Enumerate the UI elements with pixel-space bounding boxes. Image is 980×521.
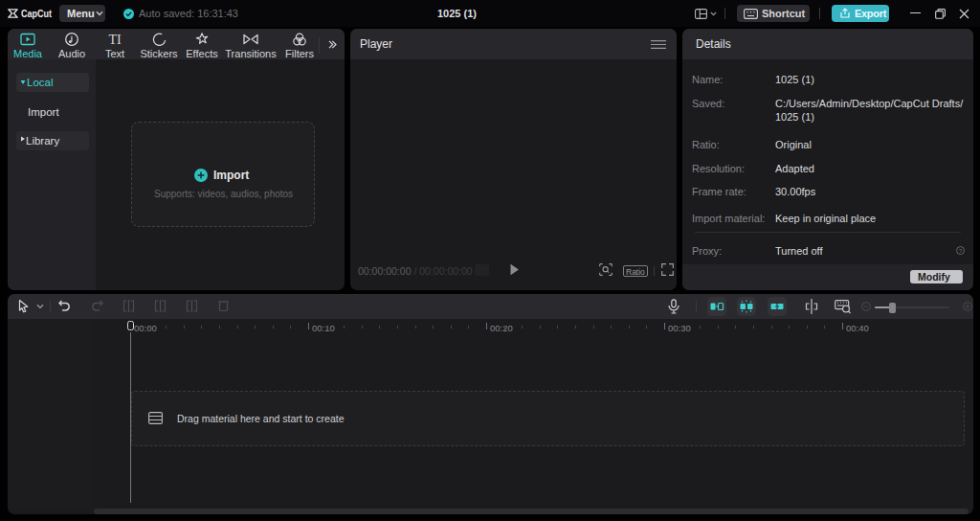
svg-text:TI: TI	[108, 33, 122, 46]
svg-text:?: ?	[959, 248, 963, 254]
